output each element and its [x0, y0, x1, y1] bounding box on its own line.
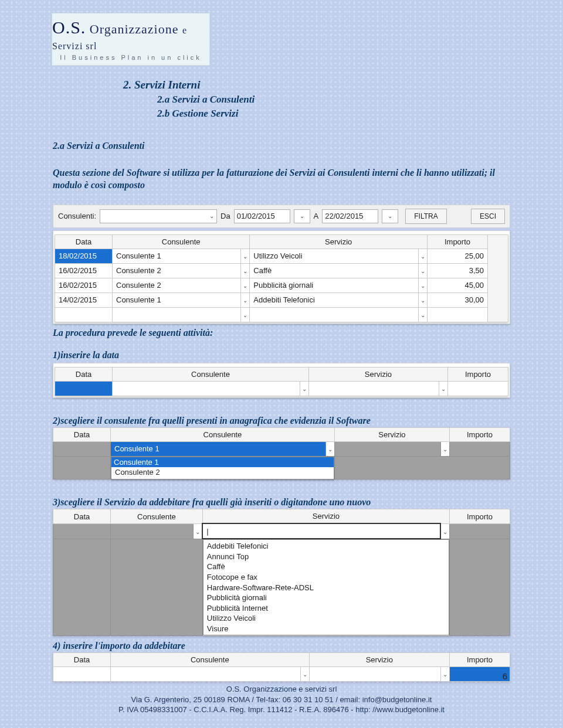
cell-data-active[interactable] [55, 381, 113, 396]
dropdown-option[interactable]: Addebiti Telefonici [207, 541, 445, 552]
cell-importo[interactable]: 25,00 [428, 249, 488, 263]
cell-data[interactable] [53, 666, 111, 681]
cell-consulente[interactable]: Consulente 2 [113, 278, 241, 292]
cell-consulente[interactable]: Consulente 2 [113, 263, 241, 278]
company-logo: O.S. Organizzazione e Servizi srl Il Bus… [52, 13, 210, 66]
table-row[interactable]: 16/02/2015 Consulente 2 ⌄ Pubblicità gio… [55, 278, 508, 292]
combo-servizio[interactable]: ⌄ [419, 278, 428, 292]
combo-consulente[interactable]: ⌄ [241, 263, 250, 278]
combo-consulente[interactable]: ⌄ [241, 278, 250, 292]
dropdown-option[interactable]: Caffè [207, 562, 445, 572]
cell-data[interactable] [53, 441, 111, 456]
cell-data[interactable] [53, 523, 111, 539]
chevron-down-icon: ⌄ [443, 446, 447, 453]
table-row[interactable]: 18/02/2015 Consulente 1 ⌄ Utilizzo Veico… [55, 249, 508, 263]
cell-consulente[interactable]: Consulente 1 [113, 292, 241, 307]
combo-consulente[interactable]: ⌄ [241, 292, 250, 307]
dropdown-option[interactable]: Visure [207, 624, 445, 634]
combo-consulente[interactable]: ⌄ [241, 249, 250, 263]
cell-data[interactable]: 16/02/2015 [55, 278, 113, 292]
dropdown-option[interactable]: Pubblicità Internet [207, 603, 445, 614]
cell-data[interactable]: 18/02/2015 [55, 249, 113, 263]
table-row[interactable]: ⌄ | ⌄ [53, 523, 510, 539]
table-row[interactable]: 14/02/2015 Consulente 1 ⌄ Addebiti Telef… [55, 292, 508, 307]
step3-grid[interactable]: Data Consulente Servizio Importo ⌄ | ⌄ A… [53, 509, 510, 635]
date-to-picker[interactable]: ⌄ [382, 209, 398, 223]
table-row[interactable]: ⌄ ⌄ [53, 666, 510, 681]
cell-consulente[interactable]: Consulente 1 [113, 249, 241, 263]
cell-data[interactable] [55, 307, 113, 322]
combo-servizio[interactable]: ⌄ [440, 523, 450, 539]
servizio-dropdown[interactable]: Addebiti Telefonici Annunci Top Caffè Fo… [203, 539, 449, 635]
cell-consulente[interactable] [113, 381, 300, 396]
combo-consulente[interactable]: ⌄ [241, 307, 250, 322]
step2-grid[interactable]: Data Consulente Servizio Importo Consule… [53, 427, 510, 480]
dropdown-option[interactable]: Consulente 2 [115, 467, 330, 478]
chevron-down-icon: ⌄ [209, 213, 214, 219]
date-from-picker[interactable]: ⌄ [294, 209, 310, 223]
date-to-input[interactable]: 22/02/2015 [322, 209, 378, 223]
combo-consulente[interactable]: ⌄ [325, 441, 334, 456]
filtra-button[interactable]: FILTRA [405, 209, 446, 224]
cell-servizio[interactable] [334, 441, 440, 456]
cell-consulente[interactable] [111, 523, 194, 539]
logo-prefix: O.S. [52, 18, 86, 37]
cell-data[interactable]: 14/02/2015 [55, 292, 113, 307]
dropdown-option[interactable]: Utilizzo Veicoli [207, 613, 445, 624]
dropdown-option[interactable]: Fotocope e fax [207, 572, 445, 583]
cell-servizio-active[interactable]: | [202, 523, 440, 539]
combo-consulente[interactable]: ⌄ [300, 381, 308, 396]
combo-servizio[interactable]: ⌄ [419, 249, 428, 263]
dropdown-option[interactable]: Consulente 1 [111, 457, 334, 468]
step1-grid[interactable]: Data Consulente Servizio Importo ⌄ ⌄ [55, 367, 508, 396]
combo-servizio[interactable]: ⌄ [419, 292, 428, 307]
date-from-input[interactable]: 01/02/2015 [234, 209, 290, 223]
chevron-down-icon: ⌄ [441, 386, 446, 392]
step2-label: 2)scegliere il consulente fra quelli pre… [53, 416, 510, 426]
cell-importo[interactable]: 45,00 [428, 278, 488, 292]
cell-importo[interactable] [450, 441, 510, 456]
cell-data[interactable]: 16/02/2015 [55, 263, 113, 278]
cell-servizio[interactable]: Caffè [250, 263, 419, 278]
combo-servizio[interactable]: ⌄ [441, 666, 450, 681]
cell-servizio[interactable]: Utilizzo Veicoli [250, 249, 419, 263]
step4-label: 4) inserire l'importo da addebitare [53, 641, 510, 651]
cell-importo[interactable]: 3,50 [428, 263, 488, 278]
combo-servizio[interactable]: ⌄ [419, 307, 428, 322]
col-importo: Importo [450, 427, 510, 441]
esci-button[interactable]: ESCI [471, 209, 505, 224]
cell-importo-active[interactable] [450, 666, 510, 681]
combo-servizio[interactable]: ⌄ [419, 263, 428, 278]
cell-consulente-selected[interactable]: Consulente 1 [111, 441, 326, 456]
col-servizio: Servizio [308, 367, 447, 381]
combo-servizio[interactable]: ⌄ [441, 441, 450, 456]
table-row[interactable]: ⌄ ⌄ [55, 381, 508, 396]
cell-servizio[interactable] [309, 666, 440, 681]
consulenti-combo[interactable]: ⌄ [100, 209, 217, 223]
combo-servizio[interactable]: ⌄ [439, 381, 448, 396]
cell-servizio[interactable]: Addebiti Telefonici [250, 292, 419, 307]
consulente-dropdown[interactable]: Consulente 1 Consulente 2 [111, 457, 334, 479]
combo-consulente[interactable]: ⌄ [300, 666, 309, 681]
cell-servizio[interactable] [308, 381, 439, 396]
cell-consulente[interactable] [111, 666, 301, 681]
table-row[interactable]: ⌄ ⌄ [55, 307, 508, 322]
scrollbar-gutter[interactable] [488, 234, 508, 322]
dropdown-option[interactable]: Hardware-Software-Rete-ADSL [207, 583, 445, 593]
cell-importo[interactable] [450, 523, 510, 539]
step1-grid-wrap: Data Consulente Servizio Importo ⌄ ⌄ [53, 363, 510, 398]
dropdown-option[interactable]: Annunci Top [207, 552, 445, 562]
cell-importo[interactable] [428, 307, 488, 322]
combo-consulente[interactable]: ⌄ [194, 523, 203, 539]
table-row[interactable]: 16/02/2015 Consulente 2 ⌄ Caffè ⌄ 3,50 [55, 263, 508, 278]
table-row[interactable]: Consulente 1 ⌄ ⌄ [53, 441, 510, 456]
cell-servizio[interactable] [250, 307, 419, 322]
dropdown-option[interactable]: Pubblicità giornali [207, 593, 445, 603]
cell-importo[interactable]: 30,00 [428, 292, 488, 307]
cell-servizio[interactable]: Pubblicità giornali [250, 278, 419, 292]
cell-consulente[interactable] [113, 307, 241, 322]
main-grid[interactable]: Data Consulente Servizio Importo 18/02/2… [55, 234, 508, 322]
step4-grid[interactable]: Data Consulente Servizio Importo ⌄ ⌄ [53, 652, 510, 682]
heading-2b: 2.b Gestione Servizi [157, 108, 510, 120]
cell-importo[interactable] [448, 381, 508, 396]
